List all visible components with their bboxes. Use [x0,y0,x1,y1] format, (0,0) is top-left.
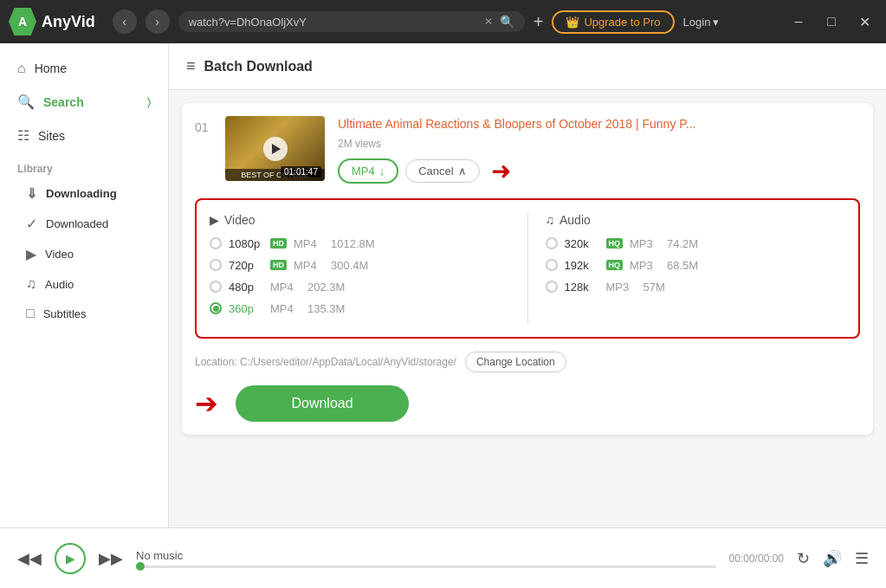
quality-row-128k: 128k MP3 57M [546,281,846,294]
sidebar-item-subtitles[interactable]: □ Subtitles [0,299,168,328]
playlist-button[interactable]: ☰ [855,549,869,568]
audio-col-icon: ♫ [546,213,555,227]
play-circle [263,137,288,161]
batch-title: Batch Download [204,59,313,74]
thumbnail: BEST OF OCTOBE 01:01:47 [225,116,325,181]
back-button[interactable]: ‹ [113,10,137,34]
red-arrow-left: ➔ [195,387,218,420]
location-text: Location: C:/Users/editor/AppData/Local/… [195,356,456,368]
radio-480p[interactable] [210,281,222,293]
sidebar-search-label: Search [43,95,84,109]
download-icon: ↓ [379,165,385,178]
radio-720p[interactable] [210,259,222,271]
res-1080p: 1080p [229,237,263,250]
cancel-button[interactable]: Cancel ∧ [405,159,479,183]
quality-row-360p: 360p MP4 135.3M [210,302,510,315]
sidebar-item-audio[interactable]: ♫ Audio [0,269,168,299]
mp4-button[interactable]: MP4 ↓ [338,158,398,184]
size-1080p: 1012.8M [331,237,375,250]
mp4-label: MP4 [352,165,375,178]
logo-icon: A [9,8,36,36]
video-actions: MP4 ↓ Cancel ∧ ➜ [338,157,860,185]
video-item-header: 01 BEST OF OCTOBE 01:01:47 Ultimate Anim… [195,116,860,185]
format-192k: MP3 [630,259,660,272]
sidebar-item-search[interactable]: 🔍 Search 〉 [0,85,168,119]
library-label: Library [17,163,53,175]
close-tab-icon[interactable]: ✕ [484,16,493,28]
change-location-button[interactable]: Change Location [465,352,566,372]
red-arrow-right: ➜ [491,157,511,185]
quality-row-192k: 192k HQ MP3 68.5M [546,259,846,272]
window-controls: – □ ✕ [786,9,877,35]
search-nav-icon: 🔍 [17,94,35,110]
volume-button[interactable]: 🔊 [823,549,842,568]
audio-icon: ♫ [26,276,36,292]
player-title: No music [136,549,716,562]
sidebar-item-sites[interactable]: ☷ Sites [0,119,168,152]
subtitles-icon: □ [26,306,35,321]
address-text: watch?v=DhOnaOljXvY [189,16,477,29]
play-button[interactable]: ▶ [55,543,86,574]
size-320k: 74.2M [667,237,698,250]
address-bar: watch?v=DhOnaOljXvY ✕ 🔍 [178,11,525,32]
search-icon: 🔍 [500,15,514,29]
format-720p: MP4 [294,259,324,272]
prev-button[interactable]: ◀◀ [17,549,42,568]
quality-row-480p: 480p MP4 202.3M [210,281,510,294]
home-icon: ⌂ [17,61,26,76]
radio-192k[interactable] [546,259,558,271]
forward-button[interactable]: › [146,10,170,34]
progress-indicator [136,562,145,571]
app-logo: A AnyVid [9,8,95,36]
login-label: Login [683,16,711,29]
quality-divider [527,213,528,324]
format-1080p: MP4 [294,237,324,250]
size-720p: 300.4M [331,259,368,272]
login-button[interactable]: Login ▾ [683,16,720,29]
radio-360p[interactable] [210,302,222,314]
upgrade-button[interactable]: 👑 Upgrade to Pro [552,10,674,34]
radio-128k[interactable] [546,281,558,293]
res-480p: 480p [229,281,263,294]
quality-columns: ▶ Video 1080p HD MP4 1012.8M [210,213,845,324]
video-duration: 01:01:47 [281,166,321,178]
library-header: Library [0,152,168,178]
hq-badge-192: HQ [606,260,624,270]
radio-320k[interactable] [546,237,558,249]
radio-1080p[interactable] [210,237,222,249]
video-col-header: ▶ Video [210,213,510,227]
location-bar: Location: C:/Users/editor/AppData/Local/… [195,352,860,372]
downloaded-icon: ✓ [26,216,37,232]
sidebar-item-video[interactable]: ▶ Video [0,239,168,269]
sidebar-item-downloading[interactable]: ⇓ Downloading [0,178,168,209]
sidebar-sites-label: Sites [38,129,65,143]
video-views: 2M views [338,138,860,150]
new-tab-button[interactable]: + [534,12,544,32]
format-360p: MP4 [270,302,301,315]
format-320k: MP3 [630,237,660,250]
video-quality-col: ▶ Video 1080p HD MP4 1012.8M [210,213,510,324]
player-time: 00:00/00:00 [729,552,784,565]
download-button[interactable]: Download [236,385,409,422]
repeat-button[interactable]: ↻ [797,549,810,568]
player-controls-right: ↻ 🔊 ☰ [797,549,869,568]
res-720p: 720p [229,259,263,272]
sidebar-item-downloaded[interactable]: ✓ Downloaded [0,209,168,239]
maximize-button[interactable]: □ [818,9,844,35]
subtitles-label: Subtitles [43,307,87,320]
video-info: Ultimate Animal Reactions & Bloopers of … [338,116,860,185]
close-button[interactable]: ✕ [851,9,877,35]
download-btn-wrap: ➔ Download [195,385,860,422]
video-item: 01 BEST OF OCTOBE 01:01:47 Ultimate Anim… [182,103,873,435]
minimize-button[interactable]: – [786,9,812,35]
crown-icon: 👑 [566,16,579,29]
play-icon [272,144,281,154]
quality-row-720p: 720p HD MP4 300.4M [210,259,510,272]
title-bar: A AnyVid ‹ › watch?v=DhOnaOljXvY ✕ 🔍 + 👑… [0,0,886,43]
video-icon: ▶ [26,246,36,262]
sidebar-item-home[interactable]: ⌂ Home [0,52,168,85]
next-button[interactable]: ▶▶ [99,549,123,568]
hd-badge-720: HD [270,260,287,270]
format-128k: MP3 [606,281,637,294]
progress-bar[interactable] [136,565,716,568]
